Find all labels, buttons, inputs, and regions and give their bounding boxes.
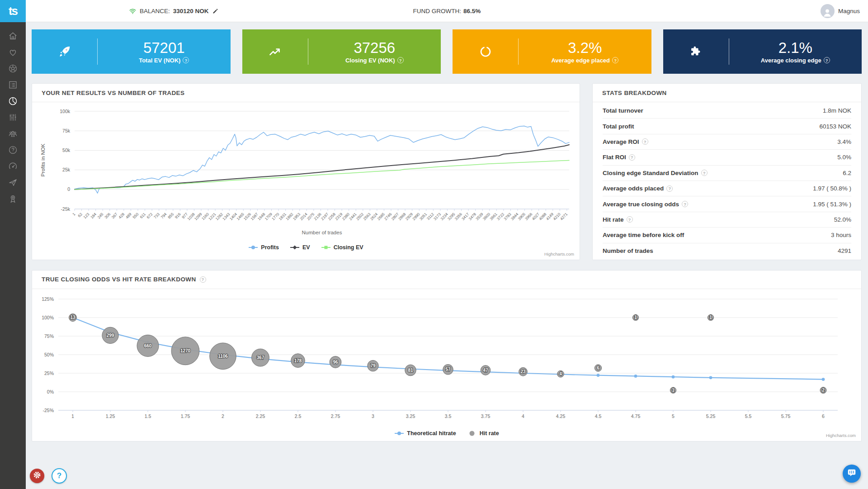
- odds-hitrate-legend: Theoretical hitrateHit rate: [32, 428, 861, 441]
- svg-text:125%: 125%: [42, 296, 54, 301]
- stats-breakdown-panel: STATS BREAKDOWN Total turnover1.8m NOKTo…: [592, 83, 862, 260]
- stat-value: 1.95 ( 51.3% ): [813, 201, 851, 208]
- stat-help-icon[interactable]: ?: [627, 216, 633, 223]
- svg-text:1.5: 1.5: [145, 413, 151, 419]
- user-menu[interactable]: Magnus: [821, 0, 860, 22]
- svg-text:1: 1: [634, 315, 637, 320]
- stat-label: Average odds placed?: [603, 185, 673, 192]
- sidebar-item-filters[interactable]: [0, 109, 26, 125]
- svg-text:5: 5: [672, 413, 675, 419]
- stat-value: 3.4%: [837, 138, 851, 145]
- svg-text:1: 1: [709, 315, 712, 320]
- svg-text:306: 306: [104, 212, 111, 219]
- svg-text:23: 23: [520, 369, 526, 374]
- rocket-icon: [32, 45, 97, 58]
- legend-label: Closing EV: [334, 244, 363, 251]
- svg-text:96: 96: [333, 360, 338, 365]
- svg-text:1: 1: [672, 388, 675, 393]
- stat-row-2: Average ROI?3.4%: [603, 134, 851, 150]
- stat-value: 3 hours: [831, 232, 851, 238]
- odds-hitrate-help-icon[interactable]: ?: [200, 276, 206, 283]
- card-help-icon[interactable]: ?: [397, 57, 404, 63]
- stat-help-icon[interactable]: ?: [682, 201, 688, 207]
- svg-text:4.25: 4.25: [556, 413, 566, 419]
- svg-text:184: 184: [90, 212, 97, 219]
- app-root: ts BALANCE: 330120 NOK FUND GROWTH: 86.5…: [0, 0, 868, 489]
- stat-label: Flat ROI?: [603, 154, 635, 161]
- settings-fab[interactable]: [30, 469, 44, 483]
- sliders-icon: [8, 112, 18, 123]
- svg-text:2.25: 2.25: [256, 413, 265, 419]
- people-icon: [8, 128, 18, 139]
- sidebar-item-trade-list[interactable]: [0, 76, 26, 93]
- svg-text:428: 428: [118, 212, 125, 219]
- svg-text:75%: 75%: [44, 333, 54, 338]
- svg-text:2.5: 2.5: [295, 413, 302, 419]
- svg-text:81: 81: [408, 368, 413, 373]
- svg-text:1160: 1160: [201, 212, 210, 221]
- card-help-icon[interactable]: ?: [612, 57, 618, 63]
- sidebar-item-performance[interactable]: [0, 158, 26, 174]
- fund-growth-value: 86.5%: [463, 8, 481, 14]
- sidebar-item-sports[interactable]: [0, 60, 26, 76]
- svg-text:367: 367: [257, 355, 264, 360]
- stat-label: Number of trades: [603, 247, 653, 254]
- sidebar-item-favourites[interactable]: [0, 44, 26, 60]
- card-label: Average closing edge?: [761, 57, 830, 64]
- card-help-icon[interactable]: ?: [824, 57, 830, 63]
- card-help-icon[interactable]: ?: [183, 57, 189, 63]
- svg-text:0: 0: [67, 186, 70, 192]
- svg-text:2: 2: [822, 388, 825, 393]
- sidebar-item-rewards[interactable]: [0, 190, 26, 207]
- sidebar-item-stats[interactable]: [0, 93, 26, 109]
- legend-marker: [290, 245, 300, 250]
- svg-text:855: 855: [167, 212, 175, 219]
- svg-text:245: 245: [97, 212, 104, 219]
- chat-fab[interactable]: [843, 465, 861, 483]
- legend-item-ev[interactable]: EV: [290, 244, 310, 251]
- svg-text:50%: 50%: [44, 351, 54, 357]
- svg-text:1.75: 1.75: [181, 413, 190, 419]
- fund-growth-label: FUND GROWTH:: [413, 8, 461, 14]
- stat-row-0: Total turnover1.8m NOK: [603, 103, 851, 119]
- help-fab[interactable]: ?: [52, 468, 67, 484]
- legend-item-theoretical-hitrate[interactable]: Theoretical hitrate: [394, 430, 456, 437]
- legend-item-profits[interactable]: Profits: [248, 244, 279, 251]
- logo[interactable]: ts: [0, 0, 26, 22]
- svg-text:13: 13: [70, 315, 75, 320]
- question-icon: [8, 145, 18, 155]
- stat-help-icon[interactable]: ?: [666, 185, 673, 192]
- stat-row-7: Hit rate?52.0%: [603, 212, 851, 228]
- svg-text:75k: 75k: [62, 128, 71, 133]
- sidebar-item-help[interactable]: [0, 142, 26, 158]
- legend-marker: [467, 431, 477, 436]
- stat-row-6: Average true closing odds?1.95 ( 51.3% ): [603, 196, 851, 212]
- svg-text:25%: 25%: [44, 370, 54, 375]
- sidebar-item-home[interactable]: [0, 28, 26, 44]
- sidebar-item-community[interactable]: [0, 125, 26, 142]
- svg-text:47: 47: [483, 368, 488, 373]
- stat-value: 1.97 ( 50.8% ): [813, 185, 851, 192]
- stat-help-icon[interactable]: ?: [642, 138, 648, 145]
- sidebar-item-telegram[interactable]: [0, 174, 26, 190]
- stat-row-3: Flat ROI?5.0%: [603, 150, 851, 165]
- svg-text:2: 2: [222, 413, 224, 419]
- topbar: BALANCE: 330120 NOK FUND GROWTH: 86.5% M…: [26, 0, 868, 22]
- chart-credits[interactable]: Highcharts.com: [544, 252, 574, 256]
- card-body: 2.1%Average closing edge?: [729, 40, 862, 64]
- svg-text:794: 794: [160, 212, 168, 219]
- power-icon: [453, 45, 518, 58]
- svg-text:4271: 4271: [559, 212, 569, 221]
- chart-credits[interactable]: Highcharts.com: [826, 433, 856, 438]
- legend-item-hit-rate[interactable]: Hit rate: [467, 430, 499, 437]
- svg-text:62: 62: [77, 212, 83, 218]
- svg-text:4.75: 4.75: [631, 413, 641, 419]
- legend-marker: [248, 245, 258, 250]
- stat-help-icon[interactable]: ?: [701, 170, 708, 176]
- kpi-card-1: 37256Closing EV (NOK)?: [242, 29, 441, 74]
- stat-help-icon[interactable]: ?: [629, 154, 635, 161]
- svg-text:50k: 50k: [62, 147, 71, 153]
- svg-text:6: 6: [597, 366, 599, 370]
- svg-text:550: 550: [132, 212, 139, 219]
- legend-item-closing-ev[interactable]: Closing EV: [321, 244, 363, 251]
